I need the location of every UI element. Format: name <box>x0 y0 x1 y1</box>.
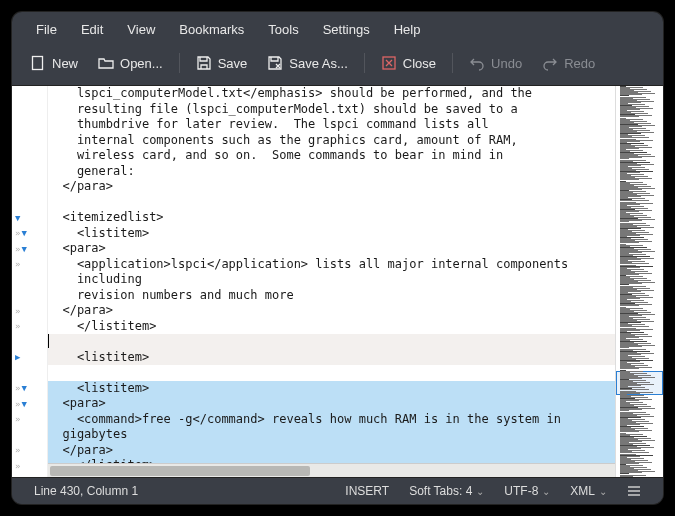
code-line: internal components such as the graphics… <box>48 133 615 149</box>
toolbar: New Open... Save Save As... Close <box>12 45 663 85</box>
code-line: general: <box>48 164 615 180</box>
indent-guide-icon <box>15 445 20 455</box>
fold-marker-icon[interactable] <box>21 228 26 238</box>
code-line <box>48 334 615 350</box>
chevron-down-icon <box>476 486 484 497</box>
code-line: </listitem> <box>48 319 615 335</box>
minimap[interactable] <box>615 86 663 477</box>
close-button[interactable]: Close <box>371 49 446 77</box>
code-line: <command>free -g</command> reveals how m… <box>48 412 615 428</box>
folder-open-icon <box>98 55 114 71</box>
indent-guide-icon <box>15 399 20 409</box>
code-line <box>48 195 615 211</box>
code-line: wireless card, and so on. Some commands … <box>48 148 615 164</box>
menu-tools[interactable]: Tools <box>258 18 308 41</box>
indent-guide-icon <box>15 414 20 424</box>
toolbar-separator <box>179 53 180 73</box>
gutter[interactable] <box>12 86 48 477</box>
horizontal-scrollbar[interactable] <box>48 463 615 477</box>
code-line: <application>lspci</application> lists a… <box>48 257 615 273</box>
toolbar-separator <box>364 53 365 73</box>
status-filetype[interactable]: XML <box>560 484 617 498</box>
save-label: Save <box>218 56 248 71</box>
code-line: gigabytes <box>48 427 615 443</box>
menu-settings[interactable]: Settings <box>313 18 380 41</box>
undo-button[interactable]: Undo <box>459 49 532 77</box>
status-menu-icon[interactable] <box>617 484 651 498</box>
code-line-current: <listitem> <box>48 350 615 366</box>
fold-marker-icon[interactable] <box>15 352 20 362</box>
new-button[interactable]: New <box>20 49 88 77</box>
code-line: </para> <box>48 443 615 459</box>
code-line: <listitem> <box>48 381 615 397</box>
menu-file[interactable]: File <box>26 18 67 41</box>
svg-rect-0 <box>33 57 43 70</box>
status-encoding[interactable]: UTF-8 <box>494 484 560 498</box>
code-line: resulting file (lspci_computerModel.txt)… <box>48 102 615 118</box>
code-line: <para> <box>48 241 615 257</box>
save-icon <box>196 55 212 71</box>
indent-guide-icon <box>15 244 20 254</box>
scrollbar-thumb[interactable] <box>50 466 310 476</box>
close-icon <box>381 55 397 71</box>
code-content[interactable]: lspci_computerModel.txt</emphasis> shoul… <box>48 86 615 463</box>
menubar: File Edit View Bookmarks Tools Settings … <box>12 12 663 45</box>
save-as-icon <box>267 55 283 71</box>
code-line: </listitem> <box>48 458 615 463</box>
indent-guide-icon <box>15 461 20 471</box>
indent-guide-icon <box>15 259 20 269</box>
status-indent[interactable]: Soft Tabs: 4 <box>399 484 494 498</box>
undo-icon <box>469 55 485 71</box>
save-as-label: Save As... <box>289 56 348 71</box>
indent-guide-icon <box>15 321 20 331</box>
open-label: Open... <box>120 56 163 71</box>
fold-marker-icon[interactable] <box>15 213 20 223</box>
indent-guide-icon <box>15 228 20 238</box>
code-line: </para> <box>48 303 615 319</box>
code-line: including <box>48 272 615 288</box>
fold-marker-icon[interactable] <box>21 399 26 409</box>
code-line: thumbdrive for later review. The lspci c… <box>48 117 615 133</box>
menu-bookmarks[interactable]: Bookmarks <box>169 18 254 41</box>
new-file-icon <box>30 55 46 71</box>
chevron-down-icon <box>542 486 550 497</box>
code-line: <itemizedlist> <box>48 210 615 226</box>
open-button[interactable]: Open... <box>88 49 173 77</box>
status-position[interactable]: Line 430, Column 1 <box>24 484 148 498</box>
indent-guide-icon <box>15 383 20 393</box>
status-mode[interactable]: INSERT <box>335 484 399 498</box>
chevron-down-icon <box>599 486 607 497</box>
save-as-button[interactable]: Save As... <box>257 49 358 77</box>
redo-label: Redo <box>564 56 595 71</box>
toolbar-separator <box>452 53 453 73</box>
redo-button[interactable]: Redo <box>532 49 605 77</box>
new-label: New <box>52 56 78 71</box>
indent-guide-icon <box>15 306 20 316</box>
fold-marker-icon[interactable] <box>21 244 26 254</box>
text-cursor <box>48 334 49 348</box>
editor-window: File Edit View Bookmarks Tools Settings … <box>12 12 663 504</box>
redo-icon <box>542 55 558 71</box>
statusbar: Line 430, Column 1 INSERT Soft Tabs: 4 U… <box>12 477 663 504</box>
editor-area: lspci_computerModel.txt</emphasis> shoul… <box>12 85 663 477</box>
code-line: <para> <box>48 396 615 412</box>
code-line: <listitem> <box>48 226 615 242</box>
code-line: lspci_computerModel.txt</emphasis> shoul… <box>48 86 615 102</box>
close-label: Close <box>403 56 436 71</box>
code-line <box>48 365 615 381</box>
menu-help[interactable]: Help <box>384 18 431 41</box>
save-button[interactable]: Save <box>186 49 258 77</box>
code-line: </para> <box>48 179 615 195</box>
undo-label: Undo <box>491 56 522 71</box>
menu-view[interactable]: View <box>117 18 165 41</box>
fold-marker-icon[interactable] <box>21 383 26 393</box>
code-line: revision numbers and much more <box>48 288 615 304</box>
menu-edit[interactable]: Edit <box>71 18 113 41</box>
